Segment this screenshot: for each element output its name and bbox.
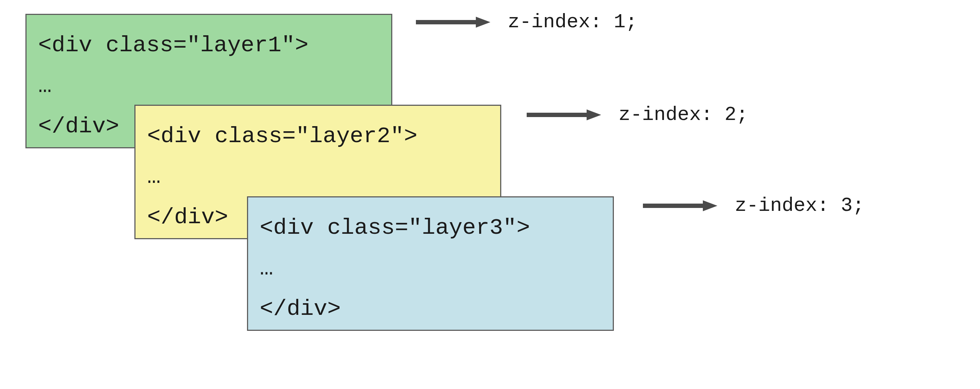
arrow-annotation-2: z-index: 2; [525, 104, 748, 126]
layer1-ellipsis: … [38, 66, 380, 107]
layer1-open-tag: <div class="layer1"> [38, 25, 380, 66]
layer2-ellipsis: … [147, 157, 488, 198]
svg-marker-5 [703, 200, 718, 211]
layer3-close-tag: </div> [260, 289, 601, 329]
zindex-label-2: z-index: 2; [619, 104, 748, 126]
arrow-annotation-3: z-index: 3; [641, 194, 864, 217]
arrow-annotation-1: z-index: 1; [414, 11, 637, 33]
svg-marker-3 [587, 109, 601, 120]
layer2-open-tag: <div class="layer2"> [147, 116, 488, 157]
arrow-right-icon [525, 108, 601, 122]
arrow-right-icon [414, 15, 490, 29]
svg-marker-1 [476, 17, 490, 28]
layer3-open-tag: <div class="layer3"> [260, 207, 601, 248]
layer3-ellipsis: … [260, 248, 601, 289]
zindex-label-1: z-index: 1; [508, 11, 637, 33]
zindex-label-3: z-index: 3; [735, 194, 864, 217]
layer3-box: <div class="layer3"> … </div> [247, 196, 614, 331]
arrow-right-icon [641, 199, 718, 213]
